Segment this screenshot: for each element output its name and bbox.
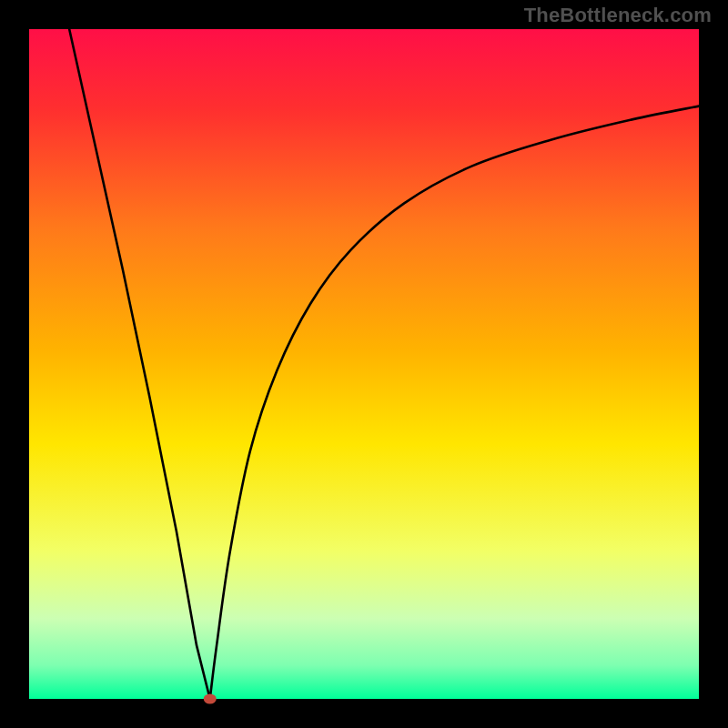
chart-canvas bbox=[0, 0, 728, 728]
minimum-marker bbox=[204, 694, 217, 704]
watermark-text: TheBottleneck.com bbox=[524, 4, 712, 27]
chart-frame: TheBottleneck.com bbox=[0, 0, 728, 728]
plot-gradient-background bbox=[29, 29, 699, 699]
